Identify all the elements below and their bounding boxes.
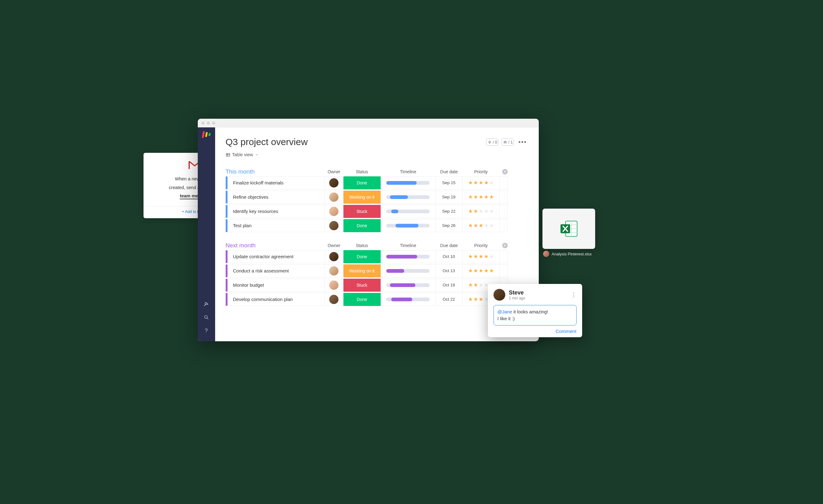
column-header-owner[interactable]: Owner bbox=[325, 243, 343, 248]
star-icon: ★ bbox=[468, 282, 473, 288]
group-name[interactable]: Next month bbox=[226, 242, 325, 249]
add-column-button[interactable]: + bbox=[502, 169, 508, 174]
task-name-cell[interactable]: Monitor budget bbox=[226, 279, 325, 292]
owner-cell[interactable] bbox=[325, 205, 343, 218]
timeline-cell[interactable] bbox=[381, 250, 436, 263]
task-row[interactable]: Develop communication planDoneOct 22★★★★… bbox=[226, 293, 528, 306]
star-icon: ★ bbox=[484, 222, 489, 229]
task-row[interactable]: Update contractor agreementDoneOct 10★★★… bbox=[226, 250, 528, 263]
column-header-status[interactable]: Status bbox=[343, 243, 381, 248]
owner-cell[interactable] bbox=[325, 265, 343, 278]
priority-cell[interactable]: ★★★★★ bbox=[463, 205, 500, 218]
star-icon: ★ bbox=[479, 222, 483, 229]
owner-cell[interactable] bbox=[325, 191, 343, 204]
star-icon: ★ bbox=[479, 296, 483, 303]
excel-filename: Analysis Pinterest.xlsx bbox=[552, 252, 592, 256]
window-dot bbox=[201, 122, 205, 125]
task-row[interactable]: Conduct a risk assessmentWorking on itOc… bbox=[226, 265, 528, 278]
column-header-owner[interactable]: Owner bbox=[325, 169, 343, 174]
due-date-cell[interactable]: Oct 10 bbox=[436, 250, 463, 263]
group-name[interactable]: This month bbox=[226, 168, 325, 175]
owner-cell[interactable] bbox=[325, 219, 343, 232]
timeline-cell[interactable] bbox=[381, 176, 436, 189]
task-name-cell[interactable]: Update contractor agreement bbox=[226, 250, 325, 263]
comment-input[interactable]: @Jane it looks amazing! I like it :) bbox=[493, 305, 577, 325]
help-icon[interactable]: ? bbox=[204, 328, 209, 334]
owner-cell[interactable] bbox=[325, 293, 343, 306]
due-date-cell[interactable]: Oct 22 bbox=[436, 293, 463, 306]
status-cell[interactable]: Done bbox=[343, 293, 381, 306]
star-icon: ★ bbox=[468, 179, 473, 186]
due-date-cell[interactable]: Sep 15 bbox=[436, 176, 463, 189]
status-cell[interactable]: Done bbox=[343, 250, 381, 263]
status-cell[interactable]: Done bbox=[343, 219, 381, 232]
task-name-cell[interactable]: Finalize kickoff materials bbox=[226, 176, 325, 189]
board-menu-button[interactable]: ••• bbox=[517, 139, 528, 146]
task-row[interactable]: Finalize kickoff materialsDoneSep 15★★★★… bbox=[226, 176, 528, 189]
automations-button[interactable]: / 1 bbox=[502, 138, 514, 146]
svg-point-4 bbox=[505, 142, 506, 142]
star-icon: ★ bbox=[489, 208, 494, 214]
add-column-button[interactable]: + bbox=[502, 243, 508, 248]
task-name-cell[interactable]: Test plan bbox=[226, 219, 325, 232]
star-icon: ★ bbox=[479, 253, 483, 260]
invite-icon[interactable] bbox=[204, 302, 209, 307]
task-name-cell[interactable]: Develop communication plan bbox=[226, 293, 325, 306]
column-header-priority[interactable]: Priority bbox=[463, 243, 500, 248]
column-header-priority[interactable]: Priority bbox=[463, 169, 500, 174]
due-date-cell[interactable]: Oct 19 bbox=[436, 279, 463, 292]
task-row[interactable]: Identify key resourcesStuckSep 22★★★★★ bbox=[226, 205, 528, 218]
owner-cell[interactable] bbox=[325, 176, 343, 189]
priority-cell[interactable]: ★★★★★ bbox=[463, 265, 500, 278]
comment-menu-button[interactable]: ⋮ bbox=[571, 291, 577, 298]
monday-logo-icon[interactable] bbox=[202, 131, 210, 138]
due-date-cell[interactable]: Sep 22 bbox=[436, 205, 463, 218]
priority-cell[interactable]: ★★★★★ bbox=[463, 250, 500, 263]
owner-cell[interactable] bbox=[325, 250, 343, 263]
search-icon[interactable] bbox=[204, 315, 209, 320]
timeline-bar bbox=[386, 181, 430, 185]
chevron-down-icon bbox=[255, 153, 259, 157]
task-row[interactable]: Monitor budgetStuckOct 19★★★★★ bbox=[226, 279, 528, 292]
due-date-cell[interactable]: Oct 13 bbox=[436, 265, 463, 278]
column-header-due[interactable]: Due date bbox=[436, 243, 463, 248]
column-header-timeline[interactable]: Timeline bbox=[381, 169, 436, 174]
status-cell[interactable]: Stuck bbox=[343, 279, 381, 292]
status-cell[interactable]: Working on it bbox=[343, 191, 381, 204]
due-date-cell[interactable]: Sep 19 bbox=[436, 191, 463, 204]
priority-cell[interactable]: ★★★★★ bbox=[463, 176, 500, 189]
integrations-button[interactable]: / 0 bbox=[486, 138, 498, 146]
timeline-cell[interactable] bbox=[381, 279, 436, 292]
timeline-cell[interactable] bbox=[381, 219, 436, 232]
app-window: ? Q3 project overview / 0 / 1 bbox=[198, 119, 539, 341]
avatar bbox=[543, 251, 549, 257]
column-header-due[interactable]: Due date bbox=[436, 169, 463, 174]
task-row[interactable]: Test planDoneSep 26★★★★★ bbox=[226, 219, 528, 232]
priority-cell[interactable]: ★★★★★ bbox=[463, 219, 500, 232]
star-icon: ★ bbox=[489, 253, 494, 260]
mention[interactable]: @Jane bbox=[498, 309, 512, 314]
board-title[interactable]: Q3 project overview bbox=[226, 137, 308, 147]
column-header-timeline[interactable]: Timeline bbox=[381, 243, 436, 248]
comment-submit-button[interactable]: Comment bbox=[493, 329, 577, 334]
view-selector[interactable]: Table view bbox=[226, 152, 259, 157]
timeline-cell[interactable] bbox=[381, 265, 436, 278]
status-cell[interactable]: Done bbox=[343, 176, 381, 189]
star-icon: ★ bbox=[489, 179, 494, 186]
column-header-status[interactable]: Status bbox=[343, 169, 381, 174]
task-name-cell[interactable]: Refine objectives bbox=[226, 191, 325, 204]
timeline-cell[interactable] bbox=[381, 205, 436, 218]
timeline-cell[interactable] bbox=[381, 293, 436, 306]
timeline-cell[interactable] bbox=[381, 191, 436, 204]
due-date-cell[interactable]: Sep 26 bbox=[436, 219, 463, 232]
star-icon: ★ bbox=[468, 194, 473, 200]
task-row[interactable]: Refine objectivesWorking on itSep 19★★★★… bbox=[226, 191, 528, 204]
priority-cell[interactable]: ★★★★★ bbox=[463, 191, 500, 204]
excel-attachment-card[interactable] bbox=[542, 209, 595, 249]
owner-cell[interactable] bbox=[325, 279, 343, 292]
status-cell[interactable]: Stuck bbox=[343, 205, 381, 218]
table-icon bbox=[226, 153, 230, 157]
task-name-cell[interactable]: Identify key resources bbox=[226, 205, 325, 218]
task-name-cell[interactable]: Conduct a risk assessment bbox=[226, 265, 325, 278]
status-cell[interactable]: Working on it bbox=[343, 265, 381, 278]
